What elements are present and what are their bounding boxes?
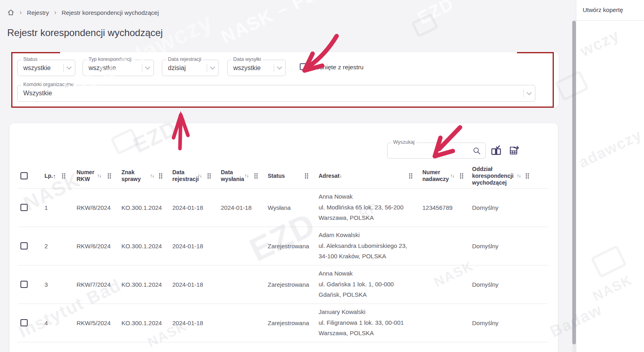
divider — [523, 89, 524, 97]
breadcrumb-separator: › — [20, 9, 22, 16]
drag-handle-icon[interactable] — [409, 173, 412, 179]
cell-numer-rkw: RKW/5/2024 — [77, 320, 111, 326]
sort-icon[interactable]: ↑↓ — [517, 173, 521, 179]
sort-icon[interactable]: ↑↓ — [337, 173, 341, 179]
row-divider — [18, 342, 548, 342]
correspondence-type-filter[interactable]: Typ korespondencji wszystkie — [83, 60, 154, 76]
export-button[interactable] — [508, 145, 519, 158]
watermark-logo — [411, 13, 439, 38]
row-checkbox[interactable] — [20, 281, 28, 288]
drag-handle-icon[interactable] — [525, 173, 529, 179]
cell-adresat: January Kowalski ul. Filigranowa 1 lok. … — [319, 307, 404, 339]
breadcrumb: › Rejestry › Rejestr korespondencji wych… — [7, 9, 159, 16]
org-units-filter[interactable]: Komórki organizacyjne Wszystkie — [17, 85, 535, 102]
cell-oddzial: Domyślny — [472, 204, 499, 211]
col-header-data-wyslania[interactable]: Data wysłania — [221, 169, 246, 183]
search-input[interactable] — [392, 145, 468, 157]
app-screen: › Rejestry › Rejestr korespondencji wych… — [0, 0, 644, 352]
search-icon[interactable] — [472, 146, 481, 157]
table-header: Lp. ↑ Numer RKW ↑↓ Znak sprawy ↑↓ Data r… — [10, 163, 558, 188]
drag-handle-icon[interactable] — [305, 173, 308, 179]
panel-divider — [576, 20, 644, 21]
col-header-lp[interactable]: Lp. — [44, 173, 53, 179]
drag-handle-icon[interactable] — [460, 173, 463, 179]
correspondence-type-label: Typ korespondencji — [87, 56, 134, 62]
select-all-checkbox[interactable] — [20, 172, 28, 179]
search-field: Wyszukaj — [387, 143, 486, 159]
registration-date-value: dzisiaj — [168, 64, 186, 72]
table-row[interactable]: 2 RKW/6/2024 KO.300.1.2024 2024-01-18 Za… — [10, 227, 558, 265]
export-table-icon — [508, 145, 519, 156]
cell-lp: 2 — [44, 243, 48, 249]
col-header-oddzial[interactable]: Oddział korespondencji wychodzącej — [472, 166, 517, 186]
send-date-label: Data wysyłki — [231, 56, 263, 62]
column-settings-button[interactable] — [491, 145, 502, 158]
cell-znak-sprawy: KO.300.1.2024 — [121, 281, 162, 288]
sort-asc-icon[interactable]: ↑ — [53, 173, 56, 179]
cell-numer-rkw: RKW/8/2024 — [77, 204, 111, 211]
deleted-from-register-label: Usunięte z rejestru — [312, 64, 363, 71]
columns-check-icon — [491, 145, 502, 156]
cell-lp: 4 — [44, 320, 48, 326]
drag-handle-icon[interactable] — [107, 173, 111, 179]
chevron-down-icon[interactable] — [210, 64, 215, 70]
chevron-down-icon[interactable] — [527, 90, 532, 95]
registration-date-filter[interactable]: Data rejestracji dzisiaj — [162, 60, 219, 76]
divider — [63, 64, 64, 72]
filter-panel: Status wszystkie Typ korespondencji wszy… — [10, 52, 559, 107]
sort-icon[interactable]: ↑↓ — [244, 173, 248, 179]
cell-adresat: Adam Kowalski ul. Aleksandra Lubomirskie… — [319, 230, 407, 262]
cell-status: Zarejestrowana — [268, 281, 309, 288]
table-row[interactable]: 3 RKW/7/2024 KO.300.1.2024 2024-01-18 Za… — [10, 265, 558, 304]
cell-oddzial: Domyślny — [472, 320, 499, 326]
chevron-down-icon[interactable] — [277, 64, 282, 70]
adresat-name: Adam Kowalski — [319, 230, 407, 241]
col-header-znak-sprawy[interactable]: Znak sprawy — [121, 169, 145, 183]
cell-znak-sprawy: KO.300.1.2024 — [121, 243, 162, 249]
cell-status: Zarejestrowana — [268, 320, 309, 326]
chevron-down-icon[interactable] — [145, 64, 150, 70]
side-panel: Utwórz kopertę — [576, 0, 644, 352]
sort-icon[interactable]: ↑↓ — [150, 173, 154, 179]
table-row[interactable]: 1 RKW/8/2024 KO.300.1.2024 2024-01-18 20… — [10, 188, 558, 227]
deleted-from-register-checkbox[interactable] — [300, 63, 307, 70]
col-header-adresat[interactable]: Adresat — [319, 173, 339, 179]
cell-lp: 3 — [44, 281, 48, 288]
breadcrumb-rejestry[interactable]: Rejestry — [27, 9, 49, 16]
status-filter-value: wszystkie — [23, 64, 50, 72]
drag-handle-icon[interactable] — [254, 173, 258, 179]
row-checkbox[interactable] — [20, 204, 28, 211]
cell-znak-sprawy: KO.300.1.2024 — [121, 204, 162, 211]
search-label: Wyszukaj — [391, 139, 416, 145]
register-table-panel: Wyszukaj — [10, 123, 558, 352]
annotation-rectangle-top-left — [11, 52, 60, 53]
breadcrumb-current[interactable]: Rejestr korespondencji wychodzącej — [62, 9, 159, 16]
status-filter[interactable]: Status wszystkie — [17, 60, 75, 76]
drag-handle-icon[interactable] — [207, 173, 211, 179]
cell-data-rejestracji: 2024-01-18 — [172, 204, 203, 211]
sort-icon[interactable]: ↑↓ — [97, 173, 101, 179]
adresat-name: January Kowalski — [319, 307, 404, 318]
row-checkbox[interactable] — [20, 319, 28, 326]
adresat-name: Anna Nowak — [319, 191, 404, 202]
annotation-rectangle-left — [11, 52, 12, 108]
annotation-rectangle-top-right — [517, 52, 554, 53]
send-date-filter[interactable]: Data wysyłki wszystkie — [227, 60, 286, 76]
sort-icon[interactable]: ↑↓ — [450, 173, 454, 179]
chevron-down-icon[interactable] — [67, 64, 72, 70]
cell-status: Wysłana — [268, 204, 291, 211]
home-icon[interactable] — [7, 9, 14, 16]
cell-numer-rkw: RKW/6/2024 — [77, 243, 111, 249]
scrollbar-thumb[interactable] — [572, 21, 576, 344]
adresat-city: Warszawa, POLSKA — [319, 213, 404, 223]
col-header-status[interactable]: Status — [268, 173, 285, 179]
drag-handle-icon[interactable] — [159, 173, 162, 179]
col-header-numer-rkw[interactable]: Numer RKW — [77, 169, 100, 183]
table-row[interactable]: 4 RKW/5/2024 KO.300.1.2024 2024-01-18 Za… — [10, 304, 558, 342]
row-checkbox[interactable] — [20, 242, 28, 249]
col-header-numer-nadawczy[interactable]: Numer nadawczy — [422, 169, 453, 183]
watermark: NASK – Pań — [218, 0, 330, 48]
drag-handle-icon[interactable] — [62, 173, 65, 179]
sort-icon[interactable]: ↑↓ — [198, 173, 202, 179]
create-envelope-button[interactable]: Utwórz kopertę — [583, 6, 623, 13]
